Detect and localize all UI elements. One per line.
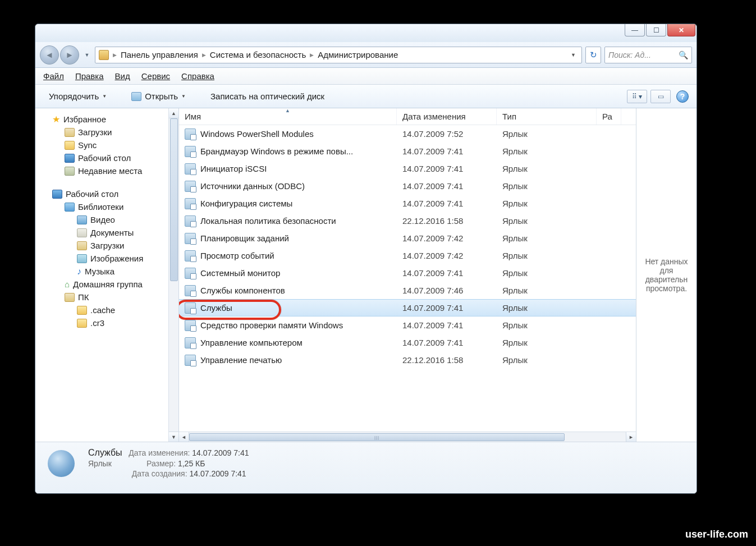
folder-icon — [77, 241, 87, 250]
file-type: Ярлык — [497, 199, 597, 208]
file-row[interactable]: Windows PowerShell Modules14.07.2009 7:5… — [179, 125, 636, 143]
scroll-right-icon[interactable]: ► — [626, 432, 636, 442]
open-button[interactable]: Открыть ▼ — [126, 89, 191, 103]
sidebar-music[interactable]: ♪Музыка — [77, 265, 176, 278]
preview-pane-button[interactable]: ▭ — [650, 90, 671, 103]
folder-icon — [65, 128, 75, 137]
details-subtitle: Ярлык — [88, 459, 112, 468]
sidebar-documents[interactable]: Документы — [77, 226, 176, 239]
scroll-up-icon[interactable]: ▲ — [169, 108, 178, 118]
column-header-size[interactable]: Ра — [597, 108, 621, 125]
sidebar-label: Домашняя группа — [73, 279, 143, 289]
address-dropdown[interactable]: ▼ — [569, 52, 578, 58]
view-options-button[interactable]: ⠿ ▾ — [627, 90, 647, 103]
nav-history-dropdown[interactable]: ▼ — [83, 45, 91, 65]
sidebar-recent[interactable]: Недавние места — [65, 164, 176, 177]
file-row[interactable]: Службы компонентов14.07.2009 7:46Ярлык — [179, 282, 636, 299]
column-header-date[interactable]: Дата изменения — [397, 108, 497, 125]
organize-button[interactable]: Упорядочить ▼ — [43, 89, 112, 103]
burn-button[interactable]: Записать на оптический диск — [205, 89, 330, 103]
file-name-cell: Windows PowerShell Modules — [179, 129, 397, 140]
breadcrumb-seg-2[interactable]: Система и безопасность — [210, 50, 306, 59]
file-name-cell: Управление печатью — [179, 355, 397, 366]
file-type: Ярлык — [497, 303, 597, 313]
sidebar-favorites[interactable]: ★Избранное — [52, 113, 176, 126]
menu-edit[interactable]: Правка — [75, 71, 104, 81]
file-date: 14.07.2009 7:42 — [397, 233, 497, 243]
sidebar-video[interactable]: Видео — [77, 213, 176, 226]
file-type: Ярлык — [497, 164, 597, 173]
menu-file[interactable]: Файл — [43, 71, 64, 81]
file-name: Просмотр событий — [200, 251, 274, 260]
file-row[interactable]: Управление печатью22.12.2016 1:58Ярлык — [179, 351, 636, 369]
sidebar-desktop[interactable]: Рабочий стол — [52, 187, 176, 200]
shortcut-icon — [185, 146, 196, 157]
sidebar-label: Недавние места — [78, 166, 142, 176]
search-placeholder: Поиск: Ад... — [608, 51, 679, 59]
details-pane: Службы Дата изменения: 14.07.2009 7:41 Я… — [35, 442, 697, 494]
breadcrumb-seg-1[interactable]: Панель управления — [121, 50, 198, 59]
file-row[interactable]: Средство проверки памяти Windows14.07.20… — [179, 316, 636, 334]
nav-back-button[interactable]: ◄ — [40, 45, 59, 65]
menu-view[interactable]: Вид — [115, 71, 130, 81]
refresh-button[interactable]: ↻ — [585, 47, 601, 63]
sidebar-homegroup[interactable]: ⌂Домашняя группа — [65, 278, 176, 291]
sidebar-cr3[interactable]: .cr3 — [77, 316, 176, 329]
file-row[interactable]: Брандмауэр Windows в режиме повы...14.07… — [179, 143, 636, 160]
address-bar: ◄ ► ▼ ▶ Панель управления ▶ Система и бе… — [35, 42, 697, 68]
menu-tools[interactable]: Сервис — [141, 71, 170, 81]
search-input[interactable]: Поиск: Ад... 🔍 — [604, 47, 692, 63]
sidebar-cache[interactable]: .cache — [77, 304, 176, 316]
scroll-left-icon[interactable]: ◄ — [179, 432, 189, 442]
sidebar-downloads[interactable]: Загрузки — [65, 126, 176, 139]
scroll-down-icon[interactable]: ▼ — [169, 432, 178, 442]
sidebar-label: Sync — [78, 140, 97, 150]
sort-ascending-icon: ▲ — [285, 108, 290, 113]
file-row[interactable]: Инициатор iSCSI14.07.2009 7:41Ярлык — [179, 160, 636, 177]
file-date: 14.07.2009 7:42 — [397, 251, 497, 260]
maximize-button[interactable]: ☐ — [646, 24, 666, 36]
file-row[interactable]: Планировщик заданий14.07.2009 7:42Ярлык — [179, 230, 636, 247]
breadcrumb[interactable]: ▶ Панель управления ▶ Система и безопасн… — [95, 47, 582, 63]
file-row[interactable]: Источники данных (ODBC)14.07.2009 7:41Яр… — [179, 177, 636, 195]
details-icon — [45, 448, 77, 479]
close-button[interactable]: ✕ — [667, 24, 695, 36]
sidebar-desktop-fav[interactable]: Рабочий стол — [65, 152, 176, 164]
help-button[interactable]: ? — [676, 90, 689, 103]
video-icon — [77, 215, 87, 224]
file-row[interactable]: Службы14.07.2009 7:41Ярлык — [179, 299, 636, 316]
breadcrumb-seg-3[interactable]: Администрирование — [318, 50, 398, 59]
horizontal-scrollbar[interactable]: ◄ ||| ► — [179, 432, 636, 442]
sidebar-sync[interactable]: Sync — [65, 139, 176, 152]
scroll-thumb[interactable] — [170, 118, 178, 281]
sidebar-libraries[interactable]: Библиотеки — [65, 200, 176, 213]
sidebar-label: .cache — [90, 305, 115, 315]
shortcut-icon — [185, 302, 196, 314]
file-date: 14.07.2009 7:41 — [397, 146, 497, 156]
gear-icon — [48, 450, 75, 477]
file-row[interactable]: Системный монитор14.07.2009 7:41Ярлык — [179, 264, 636, 282]
shortcut-icon — [185, 285, 196, 296]
file-name-cell: Локальная политика безопасности — [179, 215, 397, 227]
sidebar-scrollbar[interactable]: ▲ ▼ — [168, 108, 178, 442]
recent-icon — [65, 167, 75, 176]
nav-forward-button[interactable]: ► — [60, 45, 79, 65]
file-row[interactable]: Конфигурация системы14.07.2009 7:41Ярлык — [179, 195, 636, 212]
minimize-button[interactable]: — — [625, 24, 645, 36]
scroll-thumb[interactable]: ||| — [189, 433, 565, 441]
details-date-label: Дата изменения: — [129, 448, 190, 457]
file-name: Службы компонентов — [200, 286, 285, 295]
sidebar-pc[interactable]: ПК — [65, 291, 176, 304]
column-header-type[interactable]: Тип — [497, 108, 597, 125]
shortcut-icon — [185, 163, 196, 175]
file-type: Ярлык — [497, 320, 597, 330]
watermark: user-life.com — [685, 529, 748, 540]
file-row[interactable]: Просмотр событий14.07.2009 7:42Ярлык — [179, 247, 636, 264]
file-row[interactable]: Управление компьютером14.07.2009 7:41Ярл… — [179, 334, 636, 351]
file-type: Ярлык — [497, 216, 597, 226]
file-row[interactable]: Локальная политика безопасности22.12.201… — [179, 212, 636, 230]
sidebar-downloads-lib[interactable]: Загрузки — [77, 239, 176, 252]
menu-help[interactable]: Справка — [181, 71, 214, 81]
sidebar-images[interactable]: Изображения — [77, 252, 176, 265]
column-header-name[interactable]: ▲ Имя — [179, 108, 397, 125]
